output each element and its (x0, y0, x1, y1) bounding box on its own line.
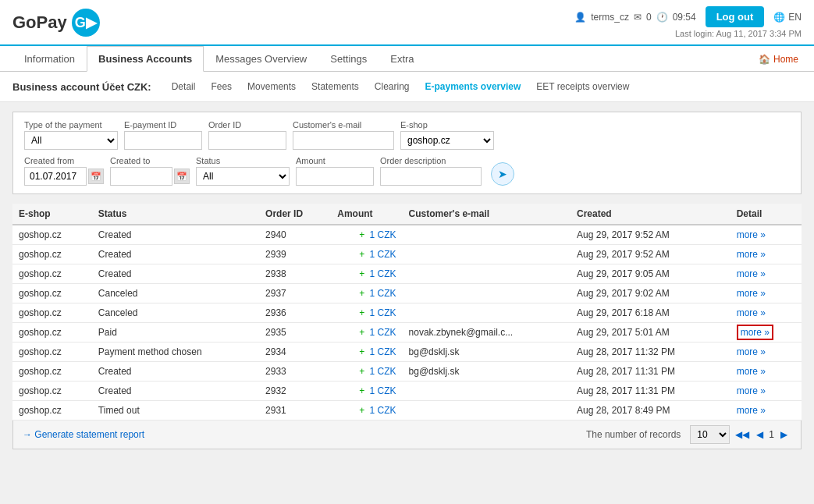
cell-status: Payment method chosen (92, 343, 259, 362)
cell-amount: + 1 CZK (331, 323, 402, 343)
logout-button[interactable]: Log out (706, 6, 765, 27)
filter-type-select[interactable]: All Card Bank transfer (24, 131, 118, 150)
detail-more-link[interactable]: more » (737, 229, 766, 240)
filter-status-select[interactable]: All Created Paid Canceled Timed out (196, 167, 290, 186)
lang-label: EN (788, 12, 802, 23)
col-eshop: E-shop (12, 204, 92, 225)
amount-value: 1 CZK (370, 366, 396, 377)
generate-statement-link[interactable]: Generate statement report (23, 429, 144, 440)
subnav-clearing[interactable]: Clearing (367, 78, 418, 95)
cell-amount: + 1 CZK (331, 225, 402, 245)
filter-amount-input[interactable] (296, 167, 374, 186)
cell-email (403, 245, 571, 264)
table-header-row: E-shop Status Order ID Amount Customer's… (12, 204, 802, 225)
cell-detail: more » (730, 225, 802, 245)
cell-status: Created (92, 362, 259, 382)
cell-status: Timed out (92, 401, 259, 421)
filter-orderid-group: Order ID (208, 120, 286, 150)
cell-status: Canceled (92, 284, 259, 303)
time-display: 09:54 (673, 12, 696, 23)
detail-more-link[interactable]: more » (737, 346, 766, 357)
cell-amount: + 1 CZK (331, 401, 402, 421)
filter-created-from-wrap: 📅 (24, 167, 104, 186)
subnav-movements[interactable]: Movements (240, 78, 304, 95)
filter-type-group: Type of the payment All Card Bank transf… (24, 120, 118, 150)
lang-selector[interactable]: 🌐 EN (773, 12, 802, 23)
filter-created-to-input[interactable] (110, 167, 172, 186)
detail-more-link[interactable]: more » (737, 288, 766, 299)
filter-status-label: Status (196, 156, 290, 165)
tab-extra[interactable]: Extra (379, 46, 425, 72)
tab-information[interactable]: Information (12, 46, 87, 72)
filter-epayment-label: E-payment ID (124, 120, 202, 130)
records-label: The number of records (586, 429, 681, 440)
filter-panel: Type of the payment All Card Bank transf… (12, 112, 802, 194)
page-next-button[interactable]: ▶ (776, 427, 791, 442)
pagination: The number of records 10 20 50 100 ◀◀ ◀ … (586, 425, 791, 444)
filter-row-2: Created from 📅 Created to 📅 Status All C… (24, 156, 790, 186)
filter-orderid-label: Order ID (208, 120, 286, 130)
tab-business-accounts[interactable]: Business Accounts (87, 46, 204, 72)
cell-email: bg@dsklj.sk (403, 362, 571, 382)
cell-status: Created (92, 264, 259, 284)
cell-detail: more » (730, 303, 802, 323)
amount-value: 1 CZK (370, 249, 396, 260)
amount-plus-icon: + (359, 385, 364, 396)
amount-value: 1 CZK (370, 405, 396, 416)
cell-status: Created (92, 245, 259, 264)
filter-orderdesc-input[interactable] (380, 167, 482, 186)
tab-messages-overview[interactable]: Messages Overview (204, 46, 318, 72)
subnav-eet[interactable]: EET receipts overview (528, 78, 637, 95)
detail-more-link[interactable]: more » (737, 405, 766, 416)
filter-eshop-group: E-shop goshop.cz (400, 120, 494, 150)
username: terms_cz (591, 12, 629, 23)
filter-orderdesc-group: Order description (380, 156, 482, 186)
subnav-detail[interactable]: Detail (164, 78, 204, 95)
calendar-from-icon[interactable]: 📅 (88, 169, 104, 184)
home-label: Home (773, 54, 798, 65)
detail-more-link[interactable]: more » (737, 366, 766, 377)
page-first-button[interactable]: ◀◀ (734, 427, 750, 442)
filter-eshop-select[interactable]: goshop.cz (400, 131, 494, 150)
detail-more-link[interactable]: more » (737, 325, 773, 340)
home-icon: 🏠 (759, 54, 770, 65)
subnav-epayments[interactable]: E-payments overview (418, 78, 529, 95)
cell-eshop: goshop.cz (12, 264, 92, 284)
page-prev-button[interactable]: ◀ (752, 427, 767, 442)
detail-more-link[interactable]: more » (737, 268, 766, 279)
subnav-statements[interactable]: Statements (304, 78, 367, 95)
records-per-page-select[interactable]: 10 20 50 100 (690, 425, 730, 444)
logo-icon: G▶ (72, 9, 100, 37)
cell-eshop: goshop.cz (12, 362, 92, 382)
col-created: Created (571, 204, 730, 225)
col-email: Customer's e-mail (403, 204, 571, 225)
cell-orderid: 2940 (259, 225, 331, 245)
cell-orderid: 2938 (259, 264, 331, 284)
table-footer: Generate statement report The number of … (12, 421, 802, 449)
nav-tabs-left: Information Business Accounts Messages O… (12, 46, 426, 71)
calendar-to-icon[interactable]: 📅 (174, 169, 190, 184)
detail-more-link[interactable]: more » (737, 249, 766, 260)
cell-eshop: goshop.cz (12, 323, 92, 343)
home-link[interactable]: 🏠 Home (755, 48, 802, 71)
cell-orderid: 2937 (259, 284, 331, 303)
filter-created-from-input[interactable] (24, 167, 87, 186)
detail-more-link[interactable]: more » (737, 307, 766, 318)
amount-plus-icon: + (359, 405, 364, 416)
detail-more-link[interactable]: more » (737, 385, 766, 396)
table-row: goshop.cz Created 2933 + 1 CZK bg@dsklj.… (12, 362, 802, 382)
amount-plus-icon: + (359, 327, 364, 338)
col-detail: Detail (730, 204, 802, 225)
subnav-fees[interactable]: Fees (203, 78, 240, 95)
col-status: Status (92, 204, 259, 225)
filter-orderid-input[interactable] (208, 131, 286, 150)
tab-settings[interactable]: Settings (318, 46, 379, 72)
cell-status: Paid (92, 323, 259, 343)
cell-orderid: 2932 (259, 382, 331, 401)
search-button[interactable]: ➤ (491, 162, 514, 186)
filter-epayment-input[interactable] (124, 131, 202, 150)
filter-email-input[interactable] (293, 131, 394, 150)
cell-detail: more » (730, 343, 802, 362)
sub-nav: Business account Účet CZK: Detail Fees M… (0, 72, 814, 102)
filter-row-1: Type of the payment All Card Bank transf… (24, 120, 790, 150)
